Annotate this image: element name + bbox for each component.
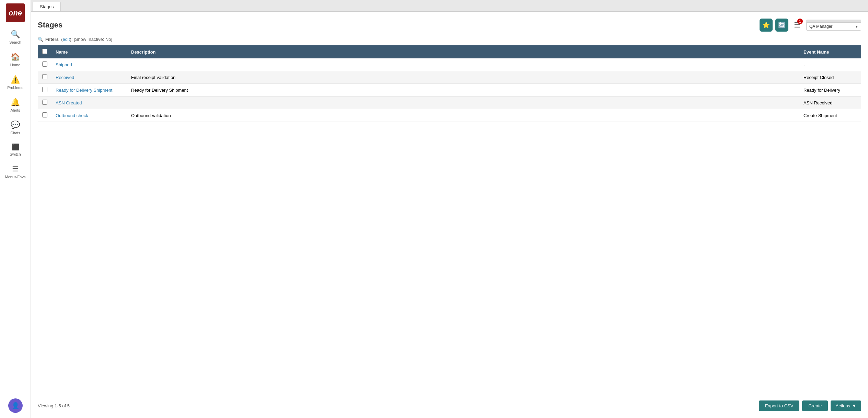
table-body: Shipped · Received Final receipt validat… — [38, 58, 861, 122]
avatar[interactable]: 👤 — [8, 398, 23, 413]
actions-button[interactable]: Actions ▼ — [831, 400, 861, 411]
export-csv-button[interactable]: Export to CSV — [759, 400, 799, 411]
avatar-icon: 👤 — [12, 402, 19, 409]
table-row: Received Final receipt validation Receip… — [38, 71, 861, 84]
cell-description: Ready for Delivery Shipment — [127, 84, 799, 97]
cell-description — [127, 58, 799, 71]
cell-event: Receipt Closed — [799, 71, 861, 84]
cell-event: Ready for Delivery — [799, 84, 861, 97]
row-name-link[interactable]: Shipped — [56, 62, 72, 67]
chat-icon: 💬 — [11, 121, 20, 129]
cell-name: ASN Created — [51, 97, 127, 109]
cell-description — [127, 97, 799, 109]
sidebar-item-menus[interactable]: ☰ Menus/Favs — [0, 160, 31, 183]
page-title: Stages — [38, 21, 760, 30]
user-selector: QA Manager Admin User ▼ — [806, 20, 861, 31]
row-name-link[interactable]: ASN Created — [56, 100, 82, 105]
filters-edit-link[interactable]: edit — [63, 37, 70, 42]
sidebar-item-home[interactable]: 🏠 Home — [0, 48, 31, 71]
sidebar-item-search[interactable]: 🔍 Search — [0, 26, 31, 48]
sidebar-item-label: Switch — [10, 152, 21, 156]
footer-bar: Viewing 1-5 of 5 Export to CSV Create Ac… — [38, 396, 861, 411]
table-row: Outbound check Outbound validation Creat… — [38, 109, 861, 122]
select-all-checkbox[interactable] — [42, 49, 47, 54]
page-header: Stages ⭐ 🔄 ☰ 1 QA Manager Admin User ▼ — [38, 19, 861, 32]
cell-name: Received — [51, 71, 127, 84]
row-checkbox[interactable] — [42, 112, 47, 117]
row-name-link[interactable]: Outbound check — [56, 113, 88, 118]
col-event-header: Event Name — [799, 45, 861, 58]
sidebar-item-label: Alerts — [10, 108, 20, 112]
row-checkbox-cell — [38, 71, 51, 84]
cell-description: Outbound validation — [127, 109, 799, 122]
user-select-dropdown[interactable]: QA Manager Admin User — [806, 22, 861, 31]
refresh-button[interactable]: 🔄 — [775, 19, 788, 32]
switch-icon: ⬛ — [12, 143, 19, 151]
actions-chevron-icon: ▼ — [852, 403, 856, 408]
main-area: Stages Stages ⭐ 🔄 ☰ 1 QA Manager Admin U… — [31, 0, 868, 418]
sidebar-item-label: Search — [9, 40, 21, 44]
tab-stages[interactable]: Stages — [33, 2, 61, 11]
sidebar-item-alerts[interactable]: 🔔 Alerts — [0, 94, 31, 116]
badge: 1 — [797, 19, 803, 24]
sidebar-item-label: Chats — [10, 131, 20, 135]
table-header: Name Description Event Name — [38, 45, 861, 58]
cell-event: ASN Received — [799, 97, 861, 109]
actions-label: Actions — [835, 403, 850, 408]
table-row: Shipped · — [38, 58, 861, 71]
filter-icon: 🔍 — [38, 37, 43, 42]
cell-event: Create Shipment — [799, 109, 861, 122]
viewing-text: Viewing 1-5 of 5 — [38, 403, 70, 408]
row-checkbox[interactable] — [42, 100, 47, 105]
row-checkbox-cell — [38, 109, 51, 122]
app-logo: one — [6, 3, 25, 22]
row-name-link[interactable]: Ready for Delivery Shipment — [56, 88, 112, 93]
tab-bar: Stages — [31, 0, 868, 12]
col-description-header: Description — [127, 45, 799, 58]
table-header-row: Name Description Event Name — [38, 45, 861, 58]
cell-name: Shipped — [51, 58, 127, 71]
table-row: Ready for Delivery Shipment Ready for De… — [38, 84, 861, 97]
cell-name: Ready for Delivery Shipment — [51, 84, 127, 97]
sidebar-item-label: Menus/Favs — [5, 175, 26, 179]
favorite-button[interactable]: ⭐ — [760, 19, 773, 32]
row-checkbox-cell — [38, 84, 51, 97]
filters-show-inactive: [Show Inactive: No] — [74, 37, 112, 42]
bell-icon: 🔔 — [11, 98, 20, 107]
row-checkbox-cell — [38, 58, 51, 71]
row-checkbox-cell — [38, 97, 51, 109]
menu-button[interactable]: ☰ 1 — [791, 19, 803, 31]
user-label-top — [806, 20, 861, 22]
cell-description: Final receipt validation — [127, 71, 799, 84]
cell-event: · — [799, 58, 861, 71]
home-icon: 🏠 — [11, 53, 20, 61]
header-checkbox-cell — [38, 45, 51, 58]
menu-icon: ☰ — [12, 165, 19, 173]
filters-bar: 🔍 Filters (edit): [Show Inactive: No] — [38, 37, 861, 42]
sidebar-item-problems[interactable]: ⚠️ Problems — [0, 71, 31, 94]
stages-table: Name Description Event Name Shipped · — [38, 45, 861, 122]
row-checkbox[interactable] — [42, 87, 47, 92]
filters-label: Filters — [45, 37, 59, 42]
create-button[interactable]: Create — [802, 400, 828, 411]
footer-actions: Export to CSV Create Actions ▼ — [759, 400, 861, 411]
sidebar: one 🔍 Search 🏠 Home ⚠️ Problems 🔔 Alerts… — [0, 0, 31, 418]
search-icon: 🔍 — [11, 30, 20, 39]
logo-text: one — [9, 9, 22, 18]
cell-name: Outbound check — [51, 109, 127, 122]
sidebar-item-label: Problems — [7, 86, 23, 90]
table-row: ASN Created ASN Received — [38, 97, 861, 109]
header-actions: ⭐ 🔄 ☰ 1 QA Manager Admin User ▼ — [760, 19, 861, 32]
content-area: Stages ⭐ 🔄 ☰ 1 QA Manager Admin User ▼ — [31, 12, 868, 418]
row-checkbox[interactable] — [42, 61, 47, 67]
sidebar-item-label: Home — [10, 63, 20, 67]
sidebar-item-switch[interactable]: ⬛ Switch — [0, 139, 31, 160]
sidebar-item-chats[interactable]: 💬 Chats — [0, 116, 31, 139]
col-name-header: Name — [51, 45, 127, 58]
warning-icon: ⚠️ — [11, 75, 20, 84]
row-name-link[interactable]: Received — [56, 75, 74, 80]
row-checkbox[interactable] — [42, 74, 47, 79]
